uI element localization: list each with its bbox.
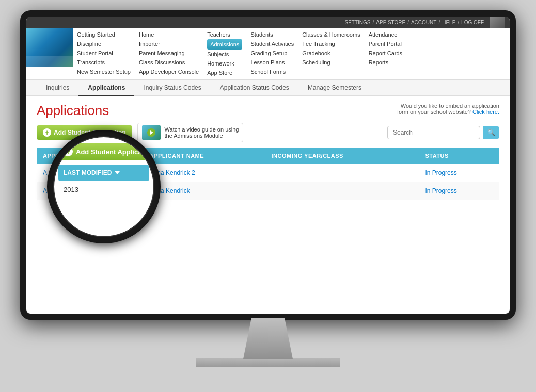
monitor-stand: [227, 318, 309, 359]
settings-link[interactable]: SETTINGS: [345, 20, 371, 25]
nav-students[interactable]: Students: [250, 30, 294, 39]
nav-importer[interactable]: Importer: [139, 39, 199, 48]
plus-icon: +: [43, 128, 51, 137]
topbar-links: SETTINGS / APP STORE / ACCOUNT / HELP / …: [345, 20, 484, 25]
nav-col-1: Getting Started Discipline Student Porta…: [77, 30, 131, 77]
nav-links: Getting Started Discipline Student Porta…: [73, 28, 510, 79]
appstore-link[interactable]: APP STORE: [376, 20, 405, 25]
nav-discipline[interactable]: Discipline: [77, 39, 131, 48]
nav-container: Getting Started Discipline Student Porta…: [26, 28, 510, 80]
embed-notice: Would you like to embed an applicationfo…: [397, 103, 499, 115]
incoming-year-1: [265, 164, 419, 182]
nav-class-discussions[interactable]: Class Discussions: [139, 58, 199, 67]
magnified-sort-label: LAST MODIFIED: [64, 169, 112, 176]
nav-app-store[interactable]: App Store: [207, 68, 242, 77]
nav-report-cards[interactable]: Report Cards: [369, 48, 402, 58]
nav-col-2: Home Importer Parent Messaging Class Dis…: [139, 30, 199, 77]
sort-arrow-icon: [115, 171, 120, 174]
nav-attendance[interactable]: Attendance: [369, 30, 402, 39]
nav-school-forms[interactable]: School Forms: [250, 67, 294, 76]
tab-application-status[interactable]: Application Status Codes: [211, 80, 298, 96]
incoming-year-2: [265, 182, 419, 200]
nav-col-4: Students Student Activities Grading Setu…: [250, 30, 294, 77]
nav-home[interactable]: Home: [139, 30, 199, 39]
magnified-date: 2013: [58, 184, 149, 195]
tab-bar: Inquiries Applications Inquiry Status Co…: [26, 80, 510, 96]
nav-col-5: Classes & Homerooms Fee Tracking Gradebo…: [302, 30, 360, 77]
monitor-wrapper: SETTINGS / APP STORE / ACCOUNT / HELP / …: [15, 10, 521, 382]
nav-app-developer[interactable]: App Developer Console: [139, 67, 199, 76]
status-badge-2: In Progress: [425, 187, 456, 194]
logoff-link[interactable]: LOG OFF: [461, 20, 484, 25]
school-logo: [26, 28, 73, 67]
nav-col-6: Attendance Parent Portal Report Cards Re…: [369, 30, 402, 77]
tab-inquiry-status[interactable]: Inquiry Status Codes: [134, 80, 210, 96]
embed-link[interactable]: Click here.: [472, 109, 499, 115]
nav-lesson-plans[interactable]: Lesson Plans: [250, 58, 294, 67]
magnifier-inner: + Add Student Application LAST MODIFIED …: [53, 136, 154, 237]
account-link[interactable]: ACCOUNT: [411, 20, 436, 25]
top-bar: SETTINGS / APP STORE / ACCOUNT / HELP / …: [26, 17, 510, 28]
monitor-screen: SETTINGS / APP STORE / ACCOUNT / HELP / …: [26, 17, 510, 314]
nav-getting-started[interactable]: Getting Started: [77, 30, 131, 39]
nav-parent-messaging[interactable]: Parent Messaging: [139, 48, 199, 58]
nav-admissions[interactable]: Admissions: [207, 39, 242, 50]
play-button-icon: [147, 128, 155, 137]
monitor-body: SETTINGS / APP STORE / ACCOUNT / HELP / …: [20, 10, 516, 320]
help-link[interactable]: HELP: [442, 20, 455, 25]
tab-applications[interactable]: Applications: [78, 80, 134, 96]
nav-new-semester[interactable]: New Semester Setup: [77, 67, 131, 76]
user-avatar: [490, 17, 505, 28]
nav-subjects[interactable]: Subjects: [207, 50, 242, 59]
tab-manage-semesters[interactable]: Manage Semesters: [298, 80, 371, 96]
magnified-sort-row: LAST MODIFIED: [58, 165, 149, 181]
nav-student-activities[interactable]: Student Activities: [250, 39, 294, 48]
nav-student-portal[interactable]: Student Portal: [77, 48, 131, 58]
nav-teachers[interactable]: Teachers: [207, 30, 242, 39]
nav-fee-tracking[interactable]: Fee Tracking: [302, 39, 360, 48]
search-area: 🔍: [387, 126, 499, 139]
magnified-add-label: Add Student Application: [76, 148, 154, 156]
search-input[interactable]: [387, 126, 480, 139]
nav-reports[interactable]: Reports: [369, 58, 402, 67]
nav-gradebook[interactable]: Gradebook: [302, 48, 360, 58]
magnifier: + Add Student Application LAST MODIFIED …: [47, 130, 161, 243]
nav-classes[interactable]: Classes & Homerooms: [302, 30, 360, 39]
nav-scheduling[interactable]: Scheduling: [302, 58, 360, 67]
tab-inquiries[interactable]: Inquiries: [37, 80, 78, 96]
search-button[interactable]: 🔍: [483, 126, 499, 139]
monitor-base: [196, 358, 340, 367]
nav-grading-setup[interactable]: Grading Setup: [250, 48, 294, 58]
nav-parent-portal[interactable]: Parent Portal: [369, 39, 402, 48]
magnified-plus-icon: +: [64, 147, 73, 156]
col-applicant-name[interactable]: APPLICANT NAME: [144, 148, 265, 164]
status-badge-1: In Progress: [425, 169, 456, 176]
col-status[interactable]: STATUS: [419, 148, 499, 164]
magnified-add-button: + Add Student Application: [58, 143, 149, 160]
nav-homework[interactable]: Homework: [207, 59, 242, 68]
nav-col-3: Teachers Admissions Subjects Homework Ap…: [207, 30, 242, 77]
col-incoming-year[interactable]: INCOMING YEAR/CLASS: [265, 148, 419, 164]
magnifier-content: + Add Student Application LAST MODIFIED …: [54, 137, 153, 202]
nav-transcripts[interactable]: Transcripts: [77, 58, 131, 67]
video-guide-text: Watch a video guide on usingthe Admissio…: [165, 126, 239, 139]
